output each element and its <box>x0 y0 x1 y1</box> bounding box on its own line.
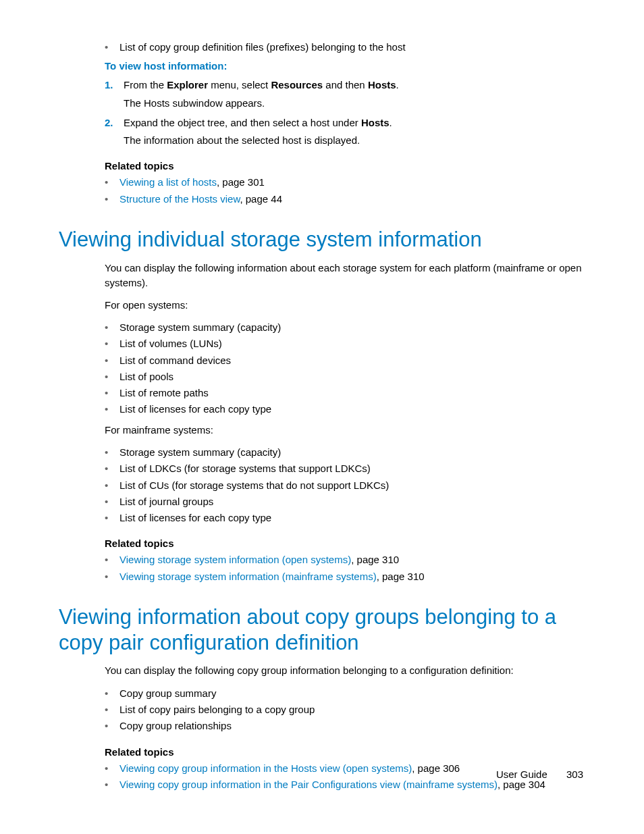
step-number: 2. <box>105 115 113 130</box>
related-link[interactable]: Structure of the Hosts view <box>119 193 240 205</box>
related-link[interactable]: Viewing storage system information (open… <box>119 554 351 565</box>
open-systems-list: Storage system summary (capacity) List o… <box>59 319 585 417</box>
related-link[interactable]: Viewing a list of hosts <box>119 176 217 188</box>
page-ref: , page 44 <box>240 193 282 205</box>
related-topics-heading: Related topics <box>105 538 585 549</box>
list-item: List of command devices <box>119 353 585 368</box>
list-item: Copy group summary <box>119 685 585 701</box>
list-item: Viewing a list of hosts, page 301 <box>119 174 585 190</box>
list-item: Viewing storage system information (main… <box>119 569 585 584</box>
list-item: Storage system summary (capacity) <box>119 444 585 460</box>
paragraph: You can display the following informatio… <box>105 261 585 291</box>
list-item: Structure of the Hosts view, page 44 <box>119 191 585 207</box>
document-page: List of copy group definition files (pre… <box>0 0 644 827</box>
related-topics-list: Viewing a list of hosts, page 301 Struct… <box>59 174 585 207</box>
page-ref: , page 310 <box>377 571 425 582</box>
step-sub: The Hosts subwindow appears. <box>124 95 585 111</box>
copy-group-list: Copy group summary List of copy pairs be… <box>59 685 585 734</box>
list-item: List of pools <box>119 369 585 384</box>
step-1: 1. From the Explorer menu, select Resour… <box>105 77 585 111</box>
paragraph: For open systems: <box>105 298 585 313</box>
procedure-heading: To view host information: <box>105 60 585 72</box>
related-topics-heading: Related topics <box>105 160 585 172</box>
step-number: 1. <box>105 77 113 93</box>
related-link[interactable]: Viewing copy group information in the Pa… <box>119 779 498 790</box>
step-sub: The information about the selected host … <box>124 132 585 148</box>
section-heading-copy-groups: Viewing information about copy groups be… <box>59 604 585 656</box>
related-topics-heading: Related topics <box>105 746 585 758</box>
footer-label: User Guide <box>496 768 547 780</box>
paragraph: For mainframe systems: <box>105 423 585 438</box>
intro-bullet-list: List of copy group definition files (pre… <box>59 39 585 55</box>
page-ref: , page 310 <box>351 554 399 565</box>
mainframe-systems-list: Storage system summary (capacity) List o… <box>59 444 585 525</box>
list-item: List of journal groups <box>119 494 585 509</box>
step-text: Expand the object tree, and then select … <box>124 117 392 128</box>
step-2: 2. Expand the object tree, and then sele… <box>105 115 585 149</box>
list-item: Viewing storage system information (open… <box>119 552 585 567</box>
list-item: List of licenses for each copy type <box>119 401 585 417</box>
step-text: From the Explorer menu, select Resources… <box>124 79 399 90</box>
page-ref: , page 306 <box>412 762 460 774</box>
paragraph: You can display the following copy group… <box>105 663 585 679</box>
procedure-steps: 1. From the Explorer menu, select Resour… <box>59 77 585 148</box>
list-item: List of remote paths <box>119 385 585 400</box>
page-ref: , page 301 <box>217 176 265 188</box>
page-ref: , page 304 <box>498 779 545 790</box>
list-item: List of CUs (for storage systems that do… <box>119 477 585 493</box>
related-link[interactable]: Viewing storage system information (main… <box>119 571 377 582</box>
related-link[interactable]: Viewing copy group information in the Ho… <box>119 762 412 774</box>
page-number: 303 <box>566 768 583 780</box>
list-item: Storage system summary (capacity) <box>119 319 585 335</box>
list-item: List of copy pairs belonging to a copy g… <box>119 702 585 717</box>
list-item: Copy group relationships <box>119 718 585 733</box>
related-topics-list: Viewing storage system information (open… <box>59 552 585 584</box>
list-item: List of licenses for each copy type <box>119 510 585 525</box>
section-heading-storage: Viewing individual storage system inform… <box>59 227 585 253</box>
page-footer: User Guide 303 <box>496 768 583 780</box>
list-item: List of copy group definition files (pre… <box>119 39 585 55</box>
list-item: List of volumes (LUNs) <box>119 336 585 351</box>
list-item: List of LDKCs (for storage systems that … <box>119 461 585 476</box>
